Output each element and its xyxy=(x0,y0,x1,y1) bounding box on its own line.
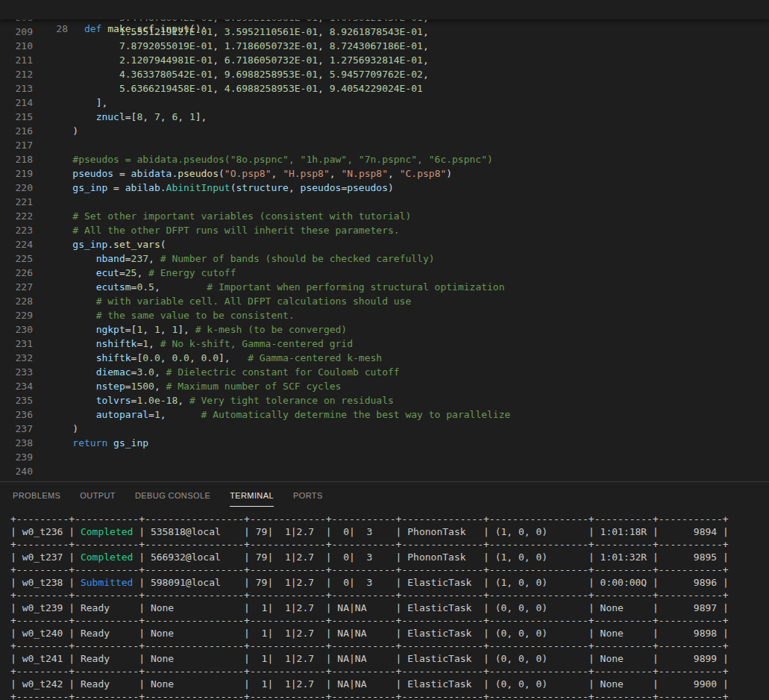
code-token: , xyxy=(213,69,225,80)
code-token: znucl xyxy=(96,111,125,122)
code-line[interactable]: 225 nband=237, # Number of bands (should… xyxy=(0,251,769,266)
terminal-cell: w0_t239 xyxy=(22,602,63,613)
code-token: , xyxy=(160,352,172,363)
line-number[interactable]: 224 xyxy=(0,237,33,251)
code-line[interactable]: 216 ) xyxy=(0,124,769,138)
code-line[interactable]: 214 ], xyxy=(0,96,769,110)
code-token: # with variable cell. All DFPT calculati… xyxy=(96,296,412,307)
line-number[interactable]: 221 xyxy=(0,195,33,209)
terminal-cell: 566932@local xyxy=(151,551,238,563)
code-token: "C.psp8" xyxy=(400,168,447,179)
terminal-cell: w0_t236 xyxy=(22,526,63,537)
code-line[interactable]: 217 xyxy=(0,138,769,152)
line-number[interactable]: 216 xyxy=(0,124,33,138)
code-line[interactable]: 218 #pseudos = abidata.pseudos("8o.pspnc… xyxy=(0,152,769,166)
code-line[interactable]: 234 nstep=1500, # Maximum number of SCF … xyxy=(0,379,769,393)
code-token: =[ xyxy=(131,352,143,363)
terminal-cell: 1| 1|2.7 xyxy=(256,602,320,613)
line-number[interactable]: 213 xyxy=(0,81,33,96)
terminal-cell: 79| 1|2.7 xyxy=(256,551,320,563)
terminal-separator-line: +---------+-----------+-----------------… xyxy=(10,614,769,627)
line-number[interactable]: 236 xyxy=(0,407,33,422)
code-line[interactable]: 238 return gs_inp xyxy=(0,436,769,450)
tab-terminal[interactable]: TERMINAL xyxy=(230,484,274,507)
code-line-text: ) xyxy=(49,423,78,434)
code-line[interactable]: 233 diemac=3.0, # Dielectric constant fo… xyxy=(0,365,769,379)
line-number[interactable]: 217 xyxy=(0,138,33,152)
line-number[interactable]: 232 xyxy=(0,351,33,365)
line-number[interactable]: 222 xyxy=(0,209,33,223)
code-line[interactable]: 227 ecutsm=0.5, # Important when perform… xyxy=(0,280,769,294)
code-token: 8.9261878543E-01 xyxy=(330,26,423,37)
tab-problems[interactable]: PROBLEMS xyxy=(13,484,60,507)
terminal-cell: 535818@local xyxy=(151,526,238,537)
code-line[interactable]: 229 # the same value to be consistent. xyxy=(0,308,769,322)
line-number[interactable]: 237 xyxy=(0,422,33,436)
line-number[interactable]: 225 xyxy=(0,251,33,266)
line-number[interactable]: 227 xyxy=(0,280,33,294)
code-line[interactable]: 221 xyxy=(0,195,769,209)
code-editor[interactable]: 208 5.4446780042E-01, 8.5952110561E-01, … xyxy=(0,0,769,481)
code-line[interactable]: 222 # Set other important variables (con… xyxy=(0,209,769,223)
code-line[interactable]: 211 2.1207944981E-01, 6.7186050732E-01, … xyxy=(0,53,769,67)
terminal-separator-line: +---------+-----------+-----------------… xyxy=(10,665,769,678)
tab-ports[interactable]: PORTS xyxy=(293,484,323,507)
terminal-cell: w0_t240 xyxy=(22,628,63,639)
line-number[interactable]: 228 xyxy=(0,294,33,308)
terminal-output[interactable]: +---------+-----------+-----------------… xyxy=(0,508,769,700)
code-line-text: # the same value to be consistent. xyxy=(49,310,295,321)
code-line[interactable]: 223 # All the other DFPT runs will inher… xyxy=(0,223,769,237)
line-number[interactable]: 231 xyxy=(0,337,33,351)
code-line[interactable]: 213 5.6366219458E-01, 4.6988258953E-01, … xyxy=(0,81,769,96)
line-number[interactable]: 212 xyxy=(0,67,33,81)
code-token: , xyxy=(160,409,201,420)
code-line[interactable]: 224 gs_inp.set_vars( xyxy=(0,237,769,251)
code-token: ], xyxy=(178,324,195,335)
code-line[interactable]: 220 gs_inp = abilab.AbinitInput(structur… xyxy=(0,181,769,195)
code-line[interactable]: 226 ecut=25, # Energy cutoff xyxy=(0,266,769,280)
line-number[interactable]: 218 xyxy=(0,152,33,166)
code-token: = xyxy=(119,267,125,278)
code-token: 9.4054229024E-01 xyxy=(330,83,423,94)
terminal-cell: w0_t238 xyxy=(22,577,63,588)
code-line[interactable]: 228 # with variable cell. All DFPT calcu… xyxy=(0,294,769,308)
code-line[interactable]: 235 tolvrs=1.0e-18, # Very tight toleran… xyxy=(0,393,769,407)
code-line[interactable]: 215 znucl=[8, 7, 6, 1], xyxy=(0,110,769,124)
line-number[interactable]: 229 xyxy=(0,308,33,322)
code-line[interactable]: 232 shiftk=[0.0, 0.0, 0.0], # Gamma-cent… xyxy=(0,351,769,365)
code-line[interactable]: 212 4.3633780542E-01, 9.6988258953E-01, … xyxy=(0,67,769,81)
code-token: 3.0 xyxy=(136,366,154,378)
tab-output[interactable]: OUTPUT xyxy=(80,484,116,507)
terminal-cell: 79| 1|2.7 xyxy=(256,577,320,588)
line-number[interactable]: 238 xyxy=(0,436,33,450)
terminal-cell: None xyxy=(600,678,647,690)
terminal-cell: ElasticTask xyxy=(407,653,477,664)
line-number[interactable]: 223 xyxy=(0,223,33,237)
line-number[interactable]: 234 xyxy=(0,379,33,393)
terminal-cell: 1:01:32R xyxy=(600,551,647,563)
line-number[interactable]: 214 xyxy=(0,96,33,110)
code-line[interactable]: 240 xyxy=(0,464,769,478)
sticky-line-number: 28 xyxy=(35,19,68,39)
tab-debug-console[interactable]: DEBUG CONSOLE xyxy=(135,484,210,507)
line-number[interactable]: 219 xyxy=(0,166,33,181)
code-line[interactable]: 239 xyxy=(0,450,769,464)
code-line[interactable]: 236 autoparal=1, # Automatically determi… xyxy=(0,407,769,422)
code-line[interactable]: 219 pseudos = abidata.pseudos("O.psp8", … xyxy=(0,166,769,181)
line-number[interactable]: 235 xyxy=(0,393,33,407)
code-token: 1 xyxy=(189,111,195,122)
line-number[interactable]: 215 xyxy=(0,110,33,124)
code-line[interactable]: 231 nshiftk=1, # No k-shift, Gamma-cente… xyxy=(0,337,769,351)
code-line[interactable]: 230 ngkpt=[1, 1, 1], # k-mesh (to be con… xyxy=(0,322,769,337)
line-number[interactable]: 226 xyxy=(0,266,33,280)
line-number[interactable]: 233 xyxy=(0,365,33,379)
code-token: 7.8792055019E-01 xyxy=(119,40,213,51)
code-line[interactable]: 237 ) xyxy=(0,422,769,436)
line-number[interactable]: 220 xyxy=(0,181,33,195)
code-line[interactable]: 210 7.8792055019E-01, 1.7186050732E-01, … xyxy=(0,39,769,53)
line-number[interactable]: 230 xyxy=(0,322,33,337)
line-number[interactable]: 240 xyxy=(0,464,33,478)
code-token: ( xyxy=(160,239,166,250)
sticky-scroll-header[interactable]: 28def make_scf_input(): xyxy=(0,0,769,19)
line-number[interactable]: 239 xyxy=(0,450,33,464)
